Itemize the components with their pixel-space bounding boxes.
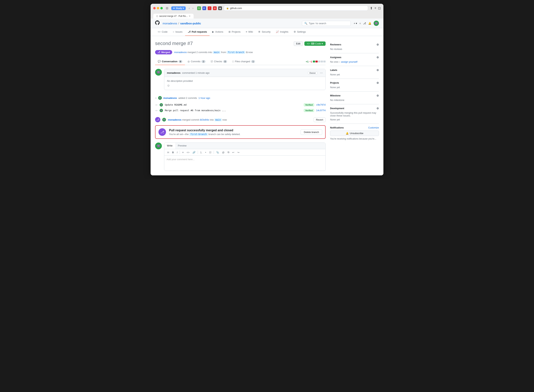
no-reviews-text: No reviews: [330, 48, 379, 51]
browser-tab[interactable]: ⬡ second merge #7 · Pull Re... ✕: [153, 14, 194, 19]
copy-icon[interactable]: ⧉: [246, 51, 248, 54]
nav-insights[interactable]: 📈 Insights: [273, 28, 291, 36]
code-dropdown-button[interactable]: <> ⌨ Code ▾: [304, 42, 326, 46]
notifications-icon[interactable]: 🔔: [368, 22, 371, 25]
reviewers-gear[interactable]: ⚙: [377, 43, 379, 46]
tool-link[interactable]: 🔗: [191, 150, 197, 154]
commit-hash-1[interactable]: c0e797d: [316, 103, 326, 106]
minimize-button[interactable]: [157, 7, 159, 9]
ext-icon-3[interactable]: !: [208, 6, 211, 10]
tool-ordered-list[interactable]: 1.: [199, 150, 203, 154]
maximize-button[interactable]: [160, 7, 163, 9]
new-item-button[interactable]: + ▾: [354, 22, 357, 25]
nav-settings[interactable]: ⚙ Settings: [291, 28, 309, 36]
ext-icon-2[interactable]: ⛨: [202, 6, 206, 10]
tool-unordered-list[interactable]: •: [204, 150, 207, 154]
comment-more-button[interactable]: ···: [320, 71, 323, 75]
nav-code[interactable]: <> Code: [155, 28, 170, 36]
receiving-text: You're receiving notifications because y…: [330, 137, 379, 140]
no-assignees-text: No one— assign yourself: [330, 61, 379, 63]
tool-redo[interactable]: ↪: [236, 150, 241, 154]
merge-commit-hash[interactable]: dd3e04e: [200, 119, 209, 121]
revert-button[interactable]: Revert: [314, 117, 326, 122]
editor-tab-preview[interactable]: Preview: [175, 143, 189, 149]
ext-icon-1[interactable]: G: [197, 6, 201, 10]
ext-icon-4[interactable]: ⊞: [213, 6, 217, 10]
projects-gear[interactable]: ⚙: [377, 81, 379, 84]
ext-icon-5[interactable]: ◉: [218, 6, 222, 10]
assignees-gear[interactable]: ⚙: [377, 56, 379, 59]
pr-tabs: 💬 Conversation 0 ◎ Commits 2 ☑ Checks 0 …: [155, 58, 326, 65]
comment-textarea[interactable]: Add your comment here...: [164, 156, 325, 171]
edit-button[interactable]: Edit: [294, 41, 303, 46]
share-button[interactable]: ⬆: [370, 6, 373, 10]
commit-author-link[interactable]: monadevos: [163, 97, 177, 99]
breadcrumb-repo[interactable]: sandbox-public: [180, 22, 201, 25]
tool-code[interactable]: <>: [186, 150, 191, 154]
commit-item-1: ·○· 👾 Update README.md Verified c0e797d: [155, 102, 326, 108]
sidebar-toggle-button[interactable]: ⊟: [165, 6, 169, 10]
commit-time-link[interactable]: 1 hour ago: [198, 97, 210, 99]
nav-projects[interactable]: ⊞ Projects: [226, 28, 243, 36]
tab-checks[interactable]: ☑ Checks 0: [208, 58, 230, 65]
tab-commits[interactable]: ◎ Commits 2: [185, 58, 208, 65]
tool-attach[interactable]: 📎: [215, 150, 220, 154]
assign-yourself-link[interactable]: assign yourself: [341, 61, 358, 63]
labels-gear[interactable]: ⚙: [377, 69, 379, 72]
nav-security[interactable]: ⛨ Security: [256, 28, 273, 36]
delete-branch-button[interactable]: Delete branch: [300, 129, 322, 135]
comment-header: monadevos commented 1 minute ago Owner ·…: [164, 69, 325, 77]
issues-icon[interactable]: ○: [359, 22, 361, 25]
pull-requests-icon[interactable]: ⎇: [363, 22, 366, 25]
merged-event: ⎇ 👾 monadevos merged commit dd3e04e into…: [155, 117, 326, 122]
commit-hash-2[interactable]: 14c97f4: [316, 109, 326, 112]
editor-tab-write[interactable]: Write: [164, 143, 175, 149]
tab-close-icon[interactable]: ✕: [189, 15, 191, 18]
tool-strikethrough[interactable]: ≡: [181, 150, 185, 154]
comment-author[interactable]: monadevos: [167, 71, 181, 74]
diff-bar-empty-2: [321, 61, 323, 62]
projects-nav-icon: ⊞: [229, 30, 231, 33]
unsubscribe-button[interactable]: 🔔 Unsubscribe: [330, 131, 379, 136]
github-search[interactable]: 🔍 Type / to search: [302, 21, 351, 26]
nav-actions[interactable]: ▶ Actions: [210, 28, 226, 36]
new-tab-button[interactable]: +: [374, 6, 377, 10]
tab-files-changed[interactable]: □ Files changed 1: [230, 58, 257, 65]
close-button[interactable]: [153, 7, 156, 9]
back-button[interactable]: ‹: [188, 6, 191, 10]
tool-undo[interactable]: ↩: [231, 150, 235, 154]
tool-heading[interactable]: H: [166, 150, 170, 154]
github-logo[interactable]: [155, 20, 160, 26]
forward-button[interactable]: ›: [191, 6, 195, 10]
nav-pull-requests[interactable]: ⎇ Pull requests: [185, 28, 210, 36]
success-branch: first-branch: [189, 133, 208, 136]
address-text: github.com: [230, 7, 242, 9]
tool-italic[interactable]: I: [176, 150, 179, 154]
tab-conversation[interactable]: 💬 Conversation 0: [155, 58, 185, 65]
tool-task-list[interactable]: ☑: [208, 150, 213, 154]
tool-mention[interactable]: @: [221, 150, 226, 154]
customize-link[interactable]: Customize: [368, 126, 379, 129]
breadcrumb-user[interactable]: monadevos: [163, 22, 177, 25]
commits-icon: ◎: [188, 60, 190, 63]
textarea-placeholder: Add your comment here...: [167, 158, 195, 161]
tool-reference[interactable]: ⧉: [226, 150, 230, 154]
milestone-gear[interactable]: ⚙: [377, 94, 379, 97]
development-gear[interactable]: ⚙: [377, 107, 379, 110]
pr-author[interactable]: monadevos: [174, 51, 187, 54]
toolbar-divider-1: [180, 151, 180, 154]
address-bar[interactable]: 🔒 github.com: [224, 6, 368, 11]
insights-nav-icon: 📈: [276, 30, 279, 33]
merge-author[interactable]: monadevos: [168, 118, 181, 121]
search-placeholder: Type / to search: [309, 22, 326, 25]
tool-bold[interactable]: B: [171, 150, 175, 154]
commits-header-icon: ○: [155, 97, 157, 99]
nav-issues[interactable]: ○ Issues: [170, 28, 185, 36]
user-avatar[interactable]: 👾: [374, 21, 379, 26]
split-view-button[interactable]: ⊡: [378, 6, 381, 10]
nav-wiki[interactable]: ≡ Wiki: [243, 28, 256, 36]
editor-tabs: Write Preview: [164, 143, 325, 149]
emoji-button[interactable]: ☺: [167, 84, 323, 87]
actions-nav-icon: ▶: [212, 30, 214, 33]
study-badge[interactable]: ✏ Study ▾: [171, 6, 186, 10]
